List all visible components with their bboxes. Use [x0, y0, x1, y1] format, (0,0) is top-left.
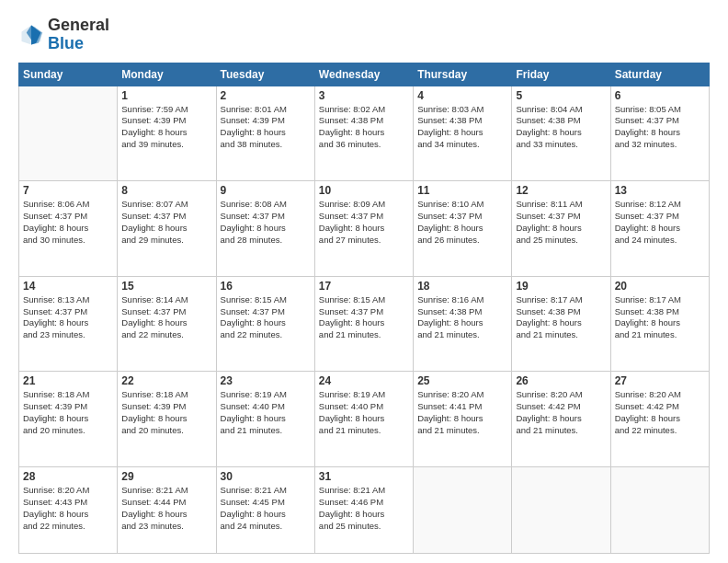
day-info: Sunrise: 8:21 AM Sunset: 4:44 PM Dayligh… [121, 485, 211, 532]
header: General Blue [18, 17, 710, 53]
calendar-cell: 17Sunrise: 8:15 AM Sunset: 4:37 PM Dayli… [314, 276, 413, 372]
day-number: 4 [417, 89, 507, 102]
calendar-week-4: 21Sunrise: 8:18 AM Sunset: 4:39 PM Dayli… [19, 372, 710, 467]
day-number: 25 [417, 374, 507, 387]
calendar-cell [414, 467, 512, 554]
day-number: 30 [221, 470, 311, 483]
day-number: 10 [319, 184, 409, 197]
calendar-cell: 27Sunrise: 8:20 AM Sunset: 4:42 PM Dayli… [610, 372, 709, 467]
logo-general: General [48, 17, 109, 35]
day-number: 6 [615, 89, 705, 102]
day-number: 19 [516, 280, 606, 293]
calendar-cell: 18Sunrise: 8:16 AM Sunset: 4:38 PM Dayli… [414, 276, 512, 372]
day-number: 3 [319, 89, 409, 102]
day-number: 20 [615, 280, 705, 293]
day-number: 18 [417, 280, 507, 293]
day-number: 1 [121, 89, 211, 102]
day-info: Sunrise: 8:18 AM Sunset: 4:39 PM Dayligh… [23, 389, 113, 436]
day-number: 8 [121, 184, 211, 197]
day-info: Sunrise: 8:01 AM Sunset: 4:39 PM Dayligh… [221, 104, 311, 151]
day-info: Sunrise: 8:21 AM Sunset: 4:45 PM Dayligh… [221, 485, 311, 532]
calendar-cell: 23Sunrise: 8:19 AM Sunset: 4:40 PM Dayli… [216, 372, 314, 467]
page: General Blue SundayMondayTuesdayWednesda… [0, 0, 728, 563]
day-info: Sunrise: 8:20 AM Sunset: 4:41 PM Dayligh… [417, 389, 507, 436]
day-info: Sunrise: 8:07 AM Sunset: 4:37 PM Dayligh… [121, 199, 211, 246]
day-info: Sunrise: 8:20 AM Sunset: 4:42 PM Dayligh… [516, 389, 606, 436]
day-number: 27 [615, 374, 705, 387]
calendar-cell: 2Sunrise: 8:01 AM Sunset: 4:39 PM Daylig… [216, 86, 314, 181]
calendar-cell [610, 467, 709, 554]
calendar-cell: 28Sunrise: 8:20 AM Sunset: 4:43 PM Dayli… [19, 467, 118, 554]
calendar-week-3: 14Sunrise: 8:13 AM Sunset: 4:37 PM Dayli… [19, 276, 710, 372]
day-info: Sunrise: 8:03 AM Sunset: 4:38 PM Dayligh… [417, 104, 507, 151]
calendar-cell: 25Sunrise: 8:20 AM Sunset: 4:41 PM Dayli… [414, 372, 512, 467]
calendar-cell: 1Sunrise: 7:59 AM Sunset: 4:39 PM Daylig… [118, 86, 216, 181]
day-info: Sunrise: 8:12 AM Sunset: 4:37 PM Dayligh… [615, 199, 705, 246]
calendar-cell: 19Sunrise: 8:17 AM Sunset: 4:38 PM Dayli… [512, 276, 610, 372]
day-number: 29 [121, 470, 211, 483]
calendar-cell: 6Sunrise: 8:05 AM Sunset: 4:37 PM Daylig… [610, 86, 709, 181]
day-info: Sunrise: 8:19 AM Sunset: 4:40 PM Dayligh… [319, 389, 409, 436]
day-info: Sunrise: 8:13 AM Sunset: 4:37 PM Dayligh… [23, 294, 113, 341]
calendar-cell: 29Sunrise: 8:21 AM Sunset: 4:44 PM Dayli… [118, 467, 216, 554]
day-header-monday: Monday [118, 63, 216, 86]
calendar-cell: 13Sunrise: 8:12 AM Sunset: 4:37 PM Dayli… [610, 181, 709, 277]
day-info: Sunrise: 8:17 AM Sunset: 4:38 PM Dayligh… [516, 294, 606, 341]
calendar-cell: 3Sunrise: 8:02 AM Sunset: 4:38 PM Daylig… [314, 86, 413, 181]
calendar-cell [19, 86, 118, 181]
day-info: Sunrise: 8:18 AM Sunset: 4:39 PM Dayligh… [121, 389, 211, 436]
day-number: 5 [516, 89, 606, 102]
calendar-cell: 12Sunrise: 8:11 AM Sunset: 4:37 PM Dayli… [512, 181, 610, 277]
day-info: Sunrise: 8:14 AM Sunset: 4:37 PM Dayligh… [121, 294, 211, 341]
day-info: Sunrise: 8:16 AM Sunset: 4:38 PM Dayligh… [417, 294, 507, 341]
calendar-week-5: 28Sunrise: 8:20 AM Sunset: 4:43 PM Dayli… [19, 467, 710, 554]
logo-icon [18, 22, 44, 48]
calendar-cell: 9Sunrise: 8:08 AM Sunset: 4:37 PM Daylig… [216, 181, 314, 277]
calendar-week-2: 7Sunrise: 8:06 AM Sunset: 4:37 PM Daylig… [19, 181, 710, 277]
calendar-cell: 5Sunrise: 8:04 AM Sunset: 4:38 PM Daylig… [512, 86, 610, 181]
calendar-cell: 30Sunrise: 8:21 AM Sunset: 4:45 PM Dayli… [216, 467, 314, 554]
day-header-friday: Friday [512, 63, 610, 86]
day-info: Sunrise: 8:20 AM Sunset: 4:43 PM Dayligh… [23, 485, 113, 532]
day-number: 9 [221, 184, 311, 197]
calendar-cell [512, 467, 610, 554]
day-number: 2 [221, 89, 311, 102]
day-info: Sunrise: 8:06 AM Sunset: 4:37 PM Dayligh… [23, 199, 113, 246]
calendar-cell: 7Sunrise: 8:06 AM Sunset: 4:37 PM Daylig… [19, 181, 118, 277]
day-number: 31 [319, 470, 409, 483]
day-number: 7 [23, 184, 113, 197]
day-number: 24 [319, 374, 409, 387]
day-info: Sunrise: 8:19 AM Sunset: 4:40 PM Dayligh… [221, 389, 311, 436]
day-info: Sunrise: 8:21 AM Sunset: 4:46 PM Dayligh… [319, 485, 409, 532]
calendar-cell: 16Sunrise: 8:15 AM Sunset: 4:37 PM Dayli… [216, 276, 314, 372]
day-info: Sunrise: 8:15 AM Sunset: 4:37 PM Dayligh… [221, 294, 311, 341]
logo-text: General Blue [48, 17, 109, 53]
day-number: 15 [121, 280, 211, 293]
day-header-thursday: Thursday [414, 63, 512, 86]
calendar-cell: 15Sunrise: 8:14 AM Sunset: 4:37 PM Dayli… [118, 276, 216, 372]
calendar-cell: 22Sunrise: 8:18 AM Sunset: 4:39 PM Dayli… [118, 372, 216, 467]
day-number: 22 [121, 374, 211, 387]
day-info: Sunrise: 8:08 AM Sunset: 4:37 PM Dayligh… [221, 199, 311, 246]
day-number: 14 [23, 280, 113, 293]
day-info: Sunrise: 8:05 AM Sunset: 4:37 PM Dayligh… [615, 104, 705, 151]
calendar-cell: 8Sunrise: 8:07 AM Sunset: 4:37 PM Daylig… [118, 181, 216, 277]
day-info: Sunrise: 8:02 AM Sunset: 4:38 PM Dayligh… [319, 104, 409, 151]
day-header-sunday: Sunday [19, 63, 118, 86]
calendar-cell: 26Sunrise: 8:20 AM Sunset: 4:42 PM Dayli… [512, 372, 610, 467]
day-info: Sunrise: 7:59 AM Sunset: 4:39 PM Dayligh… [121, 104, 211, 151]
calendar-cell: 20Sunrise: 8:17 AM Sunset: 4:38 PM Dayli… [610, 276, 709, 372]
day-number: 16 [221, 280, 311, 293]
day-number: 28 [23, 470, 113, 483]
calendar-week-1: 1Sunrise: 7:59 AM Sunset: 4:39 PM Daylig… [19, 86, 710, 181]
day-header-tuesday: Tuesday [216, 63, 314, 86]
calendar-header-row: SundayMondayTuesdayWednesdayThursdayFrid… [19, 63, 710, 86]
day-number: 13 [615, 184, 705, 197]
calendar-cell: 24Sunrise: 8:19 AM Sunset: 4:40 PM Dayli… [314, 372, 413, 467]
day-info: Sunrise: 8:17 AM Sunset: 4:38 PM Dayligh… [615, 294, 705, 341]
day-info: Sunrise: 8:10 AM Sunset: 4:37 PM Dayligh… [417, 199, 507, 246]
day-info: Sunrise: 8:04 AM Sunset: 4:38 PM Dayligh… [516, 104, 606, 151]
calendar-cell: 31Sunrise: 8:21 AM Sunset: 4:46 PM Dayli… [314, 467, 413, 554]
day-number: 17 [319, 280, 409, 293]
day-number: 12 [516, 184, 606, 197]
